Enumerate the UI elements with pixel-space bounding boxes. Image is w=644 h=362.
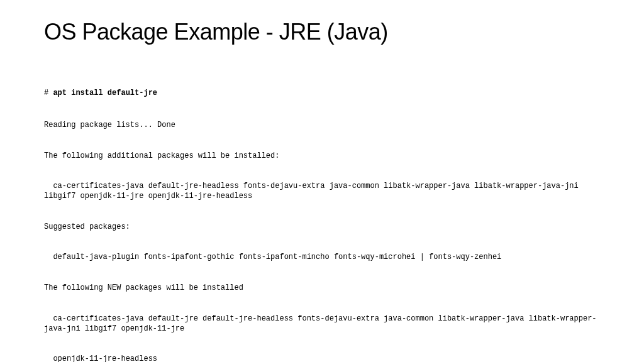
output-line: default-java-plugin fonts-ipafont-gothic… [44,252,600,262]
prompt-command: apt install default-jre [53,89,157,97]
output-line: ca-certificates-java default-jre-headles… [44,181,600,201]
command-prompt: # apt install default-jre [44,88,600,98]
output-line: Suggested packages: [44,222,600,232]
page-title: OS Package Example - JRE (Java) [44,19,600,45]
output-line: The following additional packages will b… [44,151,600,161]
prompt-hash: # [44,89,48,97]
terminal-output: # apt install default-jre Reading packag… [44,68,600,362]
output-line: The following NEW packages will be insta… [44,283,600,293]
output-line: ca-certificates-java default-jre default… [44,314,600,334]
output-line: openjdk-11-jre-headless [44,354,600,362]
output-line: Reading package lists... Done [44,120,600,130]
